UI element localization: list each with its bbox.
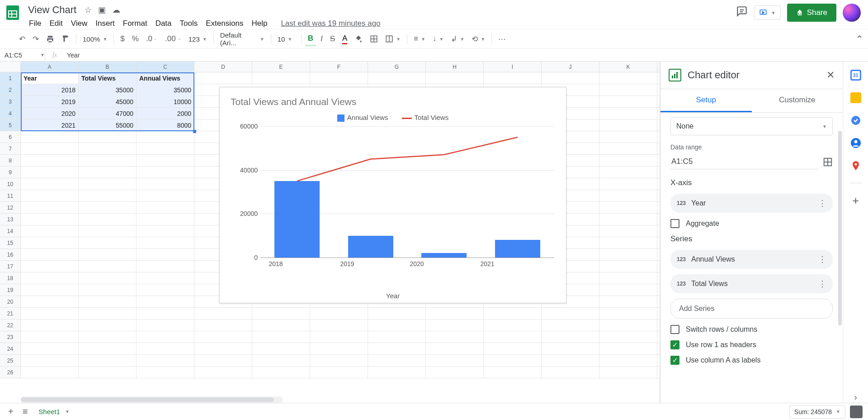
menu-data[interactable]: Data bbox=[152, 17, 175, 30]
series-chip-2[interactable]: 123 Total Views ⋮ bbox=[670, 274, 833, 293]
row-header[interactable]: 5 bbox=[0, 119, 21, 131]
calendar-icon[interactable]: 31 bbox=[850, 70, 861, 81]
undo-button[interactable]: ↶ bbox=[16, 33, 28, 46]
cell[interactable] bbox=[542, 72, 599, 84]
cell[interactable] bbox=[79, 331, 137, 343]
cell[interactable] bbox=[21, 331, 79, 343]
row-header[interactable]: 22 bbox=[0, 320, 21, 331]
row-header[interactable]: 4 bbox=[0, 108, 21, 119]
row-header[interactable]: 13 bbox=[0, 214, 21, 225]
cell[interactable] bbox=[252, 331, 310, 343]
row-header[interactable]: 6 bbox=[0, 131, 21, 143]
valign-button[interactable]: ↓▼ bbox=[430, 33, 446, 45]
tab-setup[interactable]: Setup bbox=[660, 89, 752, 112]
cell[interactable] bbox=[599, 72, 657, 84]
cell[interactable] bbox=[368, 331, 426, 343]
switch-rows-row[interactable]: Switch rows / columns bbox=[670, 325, 833, 334]
cell[interactable] bbox=[599, 367, 657, 378]
more-icon[interactable]: ⋮ bbox=[818, 198, 826, 208]
cell[interactable] bbox=[194, 355, 252, 366]
cell[interactable] bbox=[599, 355, 657, 366]
more-icon[interactable]: ⋮ bbox=[818, 254, 826, 264]
row-header[interactable]: 16 bbox=[0, 249, 21, 260]
col-A[interactable]: A bbox=[21, 62, 79, 72]
row-header[interactable]: 12 bbox=[0, 202, 21, 213]
col-G[interactable]: G bbox=[368, 62, 426, 72]
cell[interactable]: 55000 bbox=[79, 119, 137, 131]
italic-button[interactable]: I bbox=[318, 33, 326, 45]
cell[interactable] bbox=[137, 284, 194, 296]
borders-button[interactable] bbox=[367, 33, 381, 45]
cell[interactable] bbox=[21, 178, 79, 190]
cell[interactable] bbox=[79, 272, 137, 284]
row1-headers-checkbox[interactable]: ✓ bbox=[670, 340, 679, 349]
col-H[interactable]: H bbox=[426, 62, 484, 72]
cell[interactable] bbox=[599, 261, 657, 272]
comments-icon[interactable] bbox=[736, 5, 748, 20]
col-I[interactable]: I bbox=[484, 62, 542, 72]
cell[interactable] bbox=[599, 178, 657, 190]
explore-button[interactable] bbox=[850, 406, 863, 418]
cell[interactable] bbox=[79, 367, 137, 378]
cell[interactable] bbox=[137, 202, 194, 213]
cell[interactable] bbox=[194, 308, 252, 319]
cell[interactable] bbox=[368, 72, 426, 84]
xaxis-chip[interactable]: 123 Year ⋮ bbox=[670, 194, 833, 213]
close-icon[interactable]: ✕ bbox=[826, 69, 835, 81]
doc-title[interactable]: View Chart bbox=[25, 3, 79, 17]
row-header[interactable]: 23 bbox=[0, 331, 21, 343]
cell[interactable]: 35000 bbox=[79, 84, 137, 95]
number-format-select[interactable]: 123▼ bbox=[186, 33, 210, 45]
menu-edit[interactable]: Edit bbox=[46, 17, 66, 30]
sheets-logo[interactable] bbox=[4, 4, 22, 22]
cell[interactable] bbox=[137, 261, 194, 272]
row-header[interactable]: 1 bbox=[0, 72, 21, 84]
more-button[interactable]: ⋯ bbox=[495, 33, 509, 46]
row-header[interactable]: 9 bbox=[0, 167, 21, 178]
tab-customize[interactable]: Customize bbox=[752, 89, 843, 112]
cell[interactable] bbox=[599, 308, 657, 319]
cell[interactable] bbox=[484, 343, 542, 354]
cell[interactable] bbox=[599, 143, 657, 154]
sidebar-scrollbar[interactable] bbox=[838, 113, 842, 403]
aggregate-checkbox[interactable] bbox=[670, 219, 679, 228]
cell[interactable] bbox=[137, 178, 194, 190]
more-icon[interactable]: ⋮ bbox=[818, 279, 826, 289]
cell[interactable] bbox=[21, 296, 79, 307]
halign-button[interactable]: ≡▼ bbox=[411, 33, 428, 45]
menu-file[interactable]: File bbox=[25, 17, 45, 30]
keep-icon[interactable] bbox=[850, 92, 861, 103]
cell[interactable] bbox=[21, 355, 79, 366]
select-all-corner[interactable] bbox=[0, 62, 21, 72]
cell[interactable] bbox=[137, 225, 194, 237]
cell[interactable]: 47000 bbox=[79, 108, 137, 119]
cell[interactable] bbox=[137, 308, 194, 319]
cell[interactable] bbox=[79, 202, 137, 213]
cell[interactable]: 2021 bbox=[21, 119, 79, 131]
cell[interactable] bbox=[79, 178, 137, 190]
cell[interactable] bbox=[79, 143, 137, 154]
cell[interactable] bbox=[368, 343, 426, 354]
strike-button[interactable]: S bbox=[327, 33, 338, 45]
menu-extensions[interactable]: Extensions bbox=[202, 17, 247, 30]
cell[interactable] bbox=[79, 343, 137, 354]
cell[interactable] bbox=[137, 237, 194, 248]
cell[interactable] bbox=[21, 320, 79, 331]
cell[interactable] bbox=[79, 214, 137, 225]
cell[interactable] bbox=[426, 308, 484, 319]
cell[interactable] bbox=[252, 367, 310, 378]
colA-labels-row[interactable]: ✓ Use column A as labels bbox=[670, 356, 833, 365]
col-E[interactable]: E bbox=[252, 62, 310, 72]
cell[interactable] bbox=[310, 320, 368, 331]
cell[interactable]: 35000 bbox=[137, 84, 194, 95]
col-D[interactable]: D bbox=[194, 62, 252, 72]
cell[interactable] bbox=[484, 72, 542, 84]
last-edit[interactable]: Last edit was 19 minutes ago bbox=[277, 17, 384, 30]
maps-icon[interactable] bbox=[850, 160, 861, 171]
cell[interactable] bbox=[137, 296, 194, 307]
row-header[interactable]: 14 bbox=[0, 225, 21, 237]
cell[interactable] bbox=[426, 355, 484, 366]
menu-view[interactable]: View bbox=[67, 17, 91, 30]
cell[interactable] bbox=[79, 237, 137, 248]
cell[interactable] bbox=[21, 237, 79, 248]
